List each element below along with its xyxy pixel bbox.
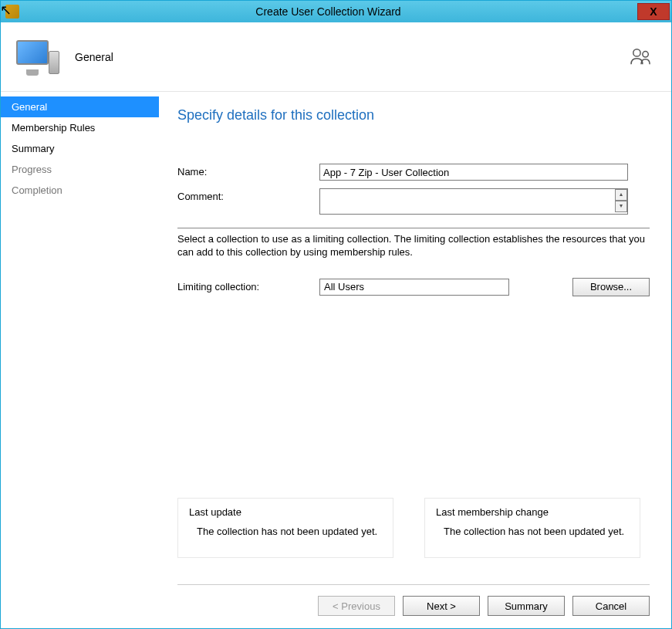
cancel-button[interactable]: Cancel (572, 596, 650, 616)
last-membership-title: Last membership change (436, 506, 629, 518)
sidebar-step-general[interactable]: General (1, 96, 159, 117)
comment-label: Comment: (177, 188, 319, 202)
spinner-up-icon[interactable]: ▴ (615, 189, 627, 201)
comment-textarea[interactable] (319, 188, 628, 215)
titlebar: Create User Collection Wizard X (1, 1, 671, 22)
sidebar-step-summary[interactable]: Summary (1, 138, 159, 159)
close-button[interactable]: X (637, 3, 670, 20)
svg-point-0 (633, 49, 640, 56)
name-label: Name: (177, 164, 319, 178)
name-input[interactable] (319, 164, 628, 181)
comment-spinner[interactable]: ▴ ▾ (615, 189, 627, 212)
window-title: Create User Collection Wizard (19, 5, 637, 18)
summary-button[interactable]: Summary (488, 596, 565, 616)
last-update-box: Last update The collection has not been … (177, 498, 393, 558)
sidebar-step-progress: Progress (1, 159, 159, 180)
wizard-header: General (1, 22, 671, 92)
main-panel: Specify details for this collection Name… (159, 92, 671, 628)
last-membership-box: Last membership change The collection ha… (424, 498, 640, 558)
last-membership-text: The collection has not been updated yet. (436, 526, 629, 539)
users-icon (630, 47, 653, 69)
sidebar-step-membership-rules[interactable]: Membership Rules (1, 117, 159, 138)
computer-icon (16, 39, 56, 76)
header-title: General (75, 51, 113, 63)
limiting-help-text: Select a collection to use as a limiting… (177, 233, 650, 259)
limiting-collection-label: Limiting collection: (177, 281, 319, 293)
sidebar-step-completion: Completion (1, 180, 159, 201)
last-update-title: Last update (189, 506, 382, 518)
wizard-footer: < Previous Next > Summary Cancel (177, 584, 650, 628)
svg-point-1 (643, 52, 648, 57)
last-update-text: The collection has not been updated yet. (189, 526, 382, 539)
app-icon (5, 5, 19, 19)
previous-button: < Previous (318, 596, 395, 616)
wizard-steps-sidebar: General Membership Rules Summary Progres… (1, 92, 159, 628)
browse-button[interactable]: Browse... (572, 278, 650, 296)
divider (177, 228, 650, 228)
page-heading: Specify details for this collection (177, 107, 650, 123)
limiting-collection-value: All Users (319, 279, 509, 296)
spinner-down-icon[interactable]: ▾ (615, 201, 627, 212)
next-button[interactable]: Next > (403, 596, 480, 616)
